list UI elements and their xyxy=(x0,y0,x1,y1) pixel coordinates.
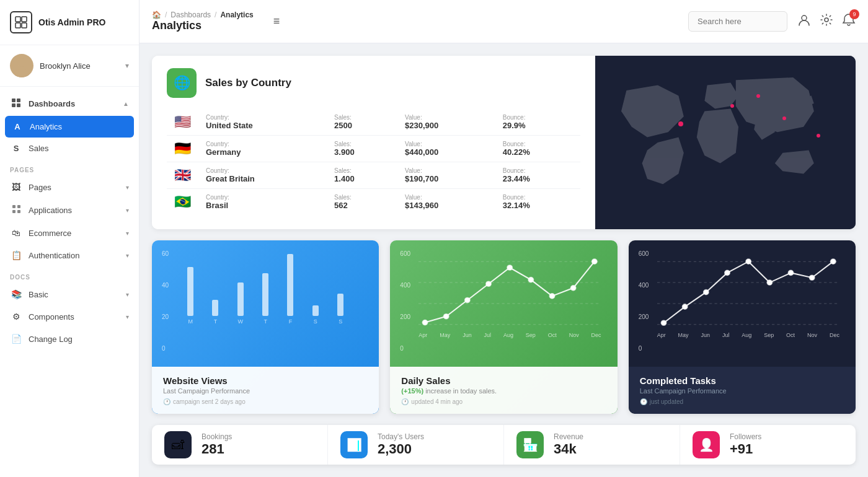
svg-point-22 xyxy=(465,297,470,302)
country-name: Brasil xyxy=(206,201,319,210)
daily-sales-card: 600 400 200 0 AprMayJunJulAugSepOctNovDe… xyxy=(390,240,617,414)
country-label: Country: xyxy=(206,141,319,147)
completed-tasks-title: Completed Tasks xyxy=(640,375,844,386)
svg-rect-3 xyxy=(22,23,27,28)
svg-point-39 xyxy=(788,270,793,275)
svg-rect-12 xyxy=(12,210,16,213)
breadcrumb: 🏠 / Dashboards / Analytics xyxy=(152,11,254,19)
country-flag: 🇬🇧 xyxy=(174,167,191,183)
svg-point-4 xyxy=(17,58,26,67)
metric-icon-bookings: 🛋 xyxy=(164,431,192,458)
metric-text-bookings: Bookings 281 xyxy=(202,432,232,457)
completed-tasks-card: 600 400 200 0 AprMayJunJulAugSepOctNovDe… xyxy=(629,240,856,414)
sidebar-item-components[interactable]: ⚙ Components ▾ xyxy=(0,305,139,328)
analytics-icon: A xyxy=(11,122,24,131)
sales-label: Sales: xyxy=(334,114,390,121)
metric-item-revenue: 🏪 Revenue 34k xyxy=(504,425,680,465)
bounce-label: Bounce: xyxy=(503,167,573,174)
svg-point-20 xyxy=(423,320,428,325)
bar xyxy=(312,305,319,316)
completed-tasks-line-wrap xyxy=(639,250,846,331)
content: 🌐 Sales by Country 🇺🇸 Country: United St… xyxy=(140,43,868,477)
bar-label: M xyxy=(188,318,193,325)
sidebar-item-dashboards[interactable]: Dashboards ▲ xyxy=(0,92,139,116)
breadcrumb-dashboards[interactable]: Dashboards xyxy=(170,11,211,19)
website-views-chart: 60 40 20 0 M T W T F S S xyxy=(152,240,379,367)
svg-rect-0 xyxy=(16,17,20,22)
value-value: $143,960 xyxy=(405,201,488,210)
sales-label: Sales: xyxy=(334,141,390,147)
completed-tasks-chart: 600 400 200 0 AprMayJunJulAugSepOctNovDe… xyxy=(629,240,856,367)
svg-point-27 xyxy=(571,286,576,291)
bounce-value: 40.22% xyxy=(503,147,573,157)
svg-point-23 xyxy=(486,281,491,286)
bar-group: T xyxy=(205,300,225,325)
sales-country-map xyxy=(595,56,856,229)
components-chevron-icon: ▾ xyxy=(126,313,129,320)
bounce-value: 23.44% xyxy=(503,174,573,183)
notification-badge: 9 xyxy=(849,9,859,19)
bar-group: S xyxy=(306,305,326,325)
home-icon[interactable]: 🏠 xyxy=(152,11,161,19)
svg-point-24 xyxy=(507,265,512,270)
changelog-label: Change Log xyxy=(29,335,73,344)
website-views-meta: 🕐 campaign sent 2 days ago xyxy=(163,398,368,405)
metric-label-bookings: Bookings xyxy=(202,432,232,441)
sidebar-logo: Otis Admin PRO xyxy=(0,0,139,45)
sidebar-item-analytics[interactable]: A Analytics xyxy=(5,116,134,138)
user-icon[interactable] xyxy=(797,13,811,30)
user-name: Brooklyn Alice xyxy=(40,61,119,71)
metric-label-followers: Followers xyxy=(730,432,761,441)
sidebar-item-changelog[interactable]: 📄 Change Log xyxy=(0,328,139,350)
avatar xyxy=(10,54,33,77)
bar-label: T xyxy=(214,318,218,325)
metric-icon-followers: 👤 xyxy=(693,431,720,458)
sales-icon: S xyxy=(10,144,22,153)
svg-point-15 xyxy=(825,18,828,22)
metric-value-today_users: 2,300 xyxy=(378,441,424,457)
sidebar-item-ecommerce[interactable]: 🛍 Ecommerce ▾ xyxy=(0,222,139,244)
bar xyxy=(262,273,268,316)
pages-icon: 🖼 xyxy=(10,182,22,192)
website-views-footer: Website Views Last Campaign Performance … xyxy=(152,367,379,414)
ecommerce-icon: 🛍 xyxy=(10,228,22,238)
sidebar-item-applications[interactable]: Applications ▾ xyxy=(0,198,139,222)
svg-rect-2 xyxy=(16,23,20,28)
sidebar-item-sales[interactable]: S Sales xyxy=(0,138,139,159)
sales-country-left: 🌐 Sales by Country 🇺🇸 Country: United St… xyxy=(152,56,595,229)
hamburger-icon[interactable]: ≡ xyxy=(273,15,280,28)
country-table: 🇺🇸 Country: United State Sales: 2500 Val… xyxy=(167,109,580,215)
sidebar-item-basic[interactable]: 📚 Basic ▾ xyxy=(0,283,139,305)
completed-tasks-subtitle: Last Campaign Performance xyxy=(640,387,844,395)
value-label: Value: xyxy=(405,167,488,174)
bar-group: S xyxy=(330,294,350,325)
clock-icon-2: 🕐 xyxy=(401,398,409,405)
user-profile[interactable]: Brooklyn Alice ▾ xyxy=(0,45,139,87)
search-input[interactable] xyxy=(688,11,787,32)
basic-chevron-icon: ▾ xyxy=(126,291,129,298)
svg-point-28 xyxy=(592,259,597,264)
svg-rect-1 xyxy=(22,17,27,22)
svg-rect-9 xyxy=(17,103,20,107)
settings-icon[interactable] xyxy=(820,13,833,30)
page-title: Analytics xyxy=(152,19,254,32)
notification-icon[interactable]: 9 xyxy=(842,13,856,30)
sales-country-title: Sales by Country xyxy=(205,77,291,89)
clock-icon-1: 🕐 xyxy=(163,398,170,405)
bottom-metrics: 🛋 Bookings 281 📊 Today's Users 2,300 🏪 R… xyxy=(152,425,856,465)
ds-y-0: 0 xyxy=(400,345,410,352)
website-views-title: Website Views xyxy=(163,375,368,386)
table-row: 🇩🇪 Country: Germany Sales: 3.900 Value: … xyxy=(167,136,580,162)
sidebar-item-authentication[interactable]: 📋 Authentication ▾ xyxy=(0,244,139,266)
sales-label: Sales xyxy=(29,144,49,153)
completed-tasks-svg xyxy=(657,255,839,331)
sidebar-item-pages[interactable]: 🖼 Pages ▾ xyxy=(0,176,139,198)
table-row: 🇬🇧 Country: Great Britain Sales: 1.400 V… xyxy=(167,162,580,189)
metric-item-followers: 👤 Followers +91 xyxy=(680,425,856,465)
svg-point-25 xyxy=(528,278,533,282)
breadcrumb-sep-2: / xyxy=(215,11,216,19)
stats-row: 60 40 20 0 M T W T F S S Websi xyxy=(152,240,856,414)
value-label: Value: xyxy=(405,114,488,121)
metric-text-today_users: Today's Users 2,300 xyxy=(378,432,424,457)
metric-label-revenue: Revenue xyxy=(554,432,583,441)
